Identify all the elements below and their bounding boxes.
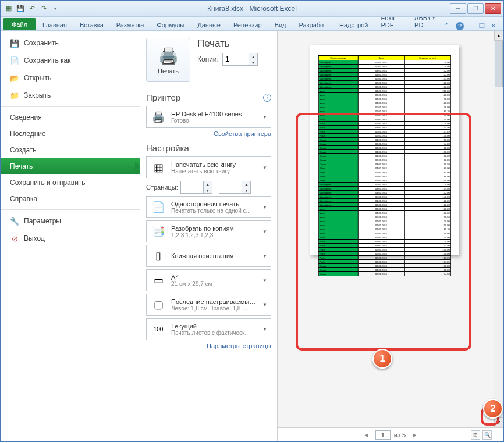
chevron-down-icon: ▼	[262, 165, 267, 170]
printer-status: Готово	[171, 117, 258, 124]
tab-home[interactable]: Главная	[36, 19, 73, 30]
collate-selector[interactable]: 📑 Разобрать по копиям 1,2,3 1,2,3 1,2,3 …	[146, 220, 271, 242]
page-input[interactable]	[375, 430, 391, 440]
spinner-up-icon[interactable]: ▲	[204, 181, 212, 187]
print-preview: НаименованиеДатаСтоимость, рубКартофель0…	[277, 31, 503, 441]
chevron-down-icon: ▼	[262, 302, 267, 308]
combo-title: Разобрать по копиям	[171, 225, 258, 232]
menu-save-as[interactable]: 📄Сохранить как	[1, 52, 140, 69]
maximize-button[interactable]: ☐	[467, 3, 484, 14]
redo-icon[interactable]: ↷	[39, 4, 48, 13]
menu-open[interactable]: 📂Открыть	[1, 69, 140, 87]
pages-to-spinner[interactable]: ▲▼	[219, 181, 251, 194]
menu-label: Открыть	[24, 74, 51, 82]
copies-input[interactable]	[223, 53, 249, 65]
save-icon: 💾	[10, 38, 19, 48]
combo-title: A4	[171, 274, 258, 281]
copies-label: Копии:	[197, 55, 219, 63]
menu-print[interactable]: Печать	[1, 158, 140, 174]
combo-sub: Левое: 1,8 см Правое: 1,8 ...	[171, 305, 258, 312]
scroll-down-button[interactable]: ▼	[494, 417, 503, 427]
menu-send-save[interactable]: Сохранить и отправить	[1, 174, 140, 191]
collate-icon: 📑	[150, 223, 166, 240]
tab-insert[interactable]: Вставка	[73, 19, 110, 30]
chevron-down-icon: ▼	[262, 205, 267, 210]
tab-addins[interactable]: Надстрой	[333, 19, 374, 30]
doc-close-icon[interactable]: ✕	[491, 22, 499, 30]
exit-icon: ⊘	[10, 234, 19, 243]
combo-sub: 21 см x 29,7 см	[171, 281, 258, 287]
combo-sub: Печатать только на одной с...	[171, 208, 258, 214]
zoom-page-button[interactable]: 🔍	[482, 430, 492, 440]
menu-new[interactable]: Создать	[1, 142, 140, 158]
margins-selector[interactable]: ▢ Последние настраиваемые ... Левое: 1,8…	[146, 294, 271, 316]
page-navigation: ◄ из 5 ► ⊞ 🔍	[278, 427, 503, 441]
menu-recent[interactable]: Последние	[1, 126, 140, 142]
menu-close[interactable]: 📁Закрыть	[1, 87, 140, 104]
preview-scrollbar[interactable]: ▲ ▼	[494, 31, 503, 427]
open-icon: 📂	[10, 73, 19, 83]
menu-options[interactable]: 🔧Параметры	[1, 212, 140, 230]
tab-review[interactable]: Рецензир	[227, 19, 268, 30]
tab-view[interactable]: Вид	[268, 19, 293, 30]
doc-restore-icon[interactable]: ❐	[479, 22, 487, 30]
printer-selector[interactable]: 🖨️ HP Deskjet F4100 series Готово ▼	[146, 106, 271, 128]
spinner-up-icon[interactable]: ▲	[249, 53, 257, 59]
print-button[interactable]: 🖨️ Печать	[146, 38, 190, 82]
orientation-icon: ▯	[150, 248, 166, 264]
spinner-down-icon[interactable]: ▼	[249, 59, 257, 65]
page-setup-link[interactable]: Параметры страницы	[207, 342, 271, 349]
help-icon[interactable]: ?	[456, 22, 464, 30]
ribbon-minimize-icon[interactable]: ⌃	[444, 22, 452, 30]
qat-dropdown-icon[interactable]: ▼	[51, 4, 60, 13]
print-settings: 🖨️ Печать Печать Копии: ▲▼	[140, 31, 277, 441]
pages-to-input[interactable]	[219, 181, 242, 193]
duplex-selector[interactable]: 📄 Односторонняя печать Печатать только н…	[146, 196, 271, 218]
menu-exit[interactable]: ⊘Выход	[1, 230, 140, 247]
printer-section-header: Принтер	[146, 92, 180, 102]
excel-icon: ▦	[4, 4, 13, 13]
spinner-down-icon[interactable]: ▼	[242, 187, 250, 193]
pages-from-spinner[interactable]: ▲▼	[180, 181, 212, 194]
backstage-menu: 💾Сохранить 📄Сохранить как 📂Открыть 📁Закр…	[1, 31, 140, 441]
scaling-selector[interactable]: 100 Текущий Печать листов с фактическ...…	[146, 318, 271, 340]
next-page-button[interactable]: ►	[409, 431, 420, 438]
chevron-down-icon: ▼	[262, 229, 267, 234]
titlebar: ▦ 💾 ↶ ↷ ▼ Книга8.xlsx - Microsoft Excel …	[1, 1, 503, 17]
tab-layout[interactable]: Разметка	[110, 19, 151, 30]
menu-label: Справка	[10, 195, 37, 203]
menu-info[interactable]: Сведения	[1, 109, 140, 126]
undo-icon[interactable]: ↶	[27, 4, 37, 13]
save-icon[interactable]: 💾	[16, 4, 25, 13]
prev-page-button[interactable]: ◄	[361, 431, 372, 438]
spinner-down-icon[interactable]: ▼	[204, 187, 212, 193]
combo-title: Последние настраиваемые ...	[171, 298, 258, 305]
paper-selector[interactable]: ▭ A4 21 см x 29,7 см ▼	[146, 269, 271, 291]
close-button[interactable]: ✕	[485, 3, 501, 14]
minimize-button[interactable]: ─	[450, 3, 466, 14]
printer-properties-link[interactable]: Свойства принтера	[214, 130, 271, 137]
margins-icon: ▢	[150, 296, 166, 313]
tab-file[interactable]: Файл	[3, 18, 36, 30]
menu-label: Закрыть	[24, 91, 51, 99]
print-scope-selector[interactable]: ▦ Напечатать всю книгу Напечатать всю кн…	[146, 156, 271, 178]
tab-dev[interactable]: Разработ	[293, 19, 333, 30]
menu-label: Печать	[10, 162, 33, 170]
info-icon[interactable]: i	[263, 94, 271, 102]
menu-help[interactable]: Справка	[1, 191, 140, 207]
orientation-selector[interactable]: ▯ Книжная ориентация ▼	[146, 245, 271, 267]
copies-spinner[interactable]: ▲▼	[222, 53, 258, 66]
scroll-up-button[interactable]: ▲	[494, 31, 503, 41]
ribbon-tabs: Файл Главная Вставка Разметка Формулы Да…	[1, 17, 503, 31]
pages-from-input[interactable]	[181, 181, 203, 193]
page-of-label: из 5	[394, 431, 406, 438]
tab-data[interactable]: Данные	[191, 19, 227, 30]
spinner-up-icon[interactable]: ▲	[242, 181, 250, 187]
doc-minimize-icon[interactable]: ─	[467, 22, 475, 30]
scroll-thumb[interactable]	[495, 41, 503, 87]
menu-save[interactable]: 💾Сохранить	[1, 34, 140, 52]
combo-sub: Печать листов с фактическ...	[171, 330, 258, 336]
show-margins-button[interactable]: ⊞	[471, 430, 480, 440]
tab-formulas[interactable]: Формулы	[150, 19, 191, 30]
chevron-down-icon: ▼	[262, 115, 267, 120]
